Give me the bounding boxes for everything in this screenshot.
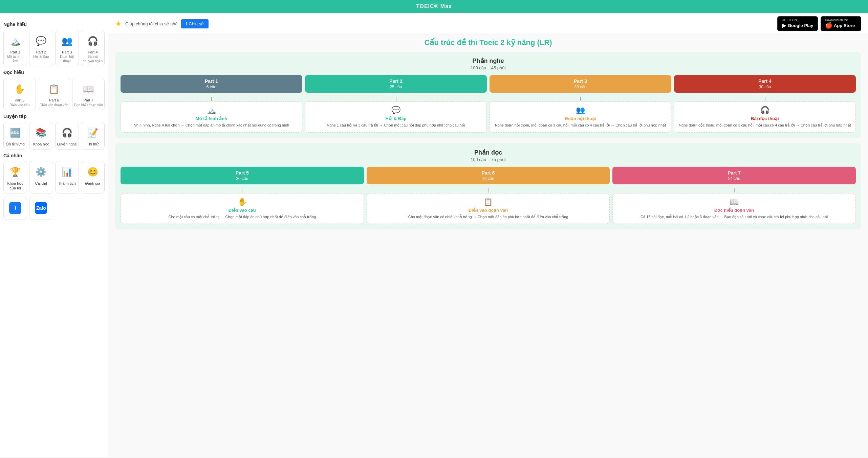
on-tu-vung-label: Ôn từ vựng [6, 142, 25, 146]
part2-icon: 💬 [34, 33, 48, 48]
thanh-tich-icon: 📊 [60, 165, 74, 180]
sidebar-item-danh-gia[interactable]: 😊 Đánh giá [81, 161, 105, 194]
google-play-icon: ▶ [782, 22, 786, 29]
part6-icon: 📋 [46, 82, 61, 96]
phan-doc-part6-badge[interactable]: Part 6 16 câu [367, 167, 610, 184]
connector4 [674, 97, 856, 101]
doc-hieu-grid: ✋ Part 5 Điền vào câu 📋 Part 6 Điền vào … [3, 78, 105, 110]
sidebar-item-part2[interactable]: 💬 Part 2 Hỏi & Đáp [29, 30, 53, 66]
doc-detail2-icon: 📋 [370, 198, 607, 206]
detail2-desc: Nghe 1 câu hỏi và 3 câu trả lời → Chọn m… [308, 122, 484, 128]
part3-sublabel: Đoạn hội thoại [57, 54, 77, 63]
sidebar-section-luyen-tap: Luyện tập [3, 114, 105, 119]
app-store-small-text: Download on the [825, 18, 848, 22]
phan-nghe-part1-badge[interactable]: Part 1 6 câu [121, 75, 302, 93]
sidebar-item-part3[interactable]: 👥 Part 3 Đoạn hội thoại [55, 30, 79, 66]
share-text: Giúp chúng tôi chia sẻ nhé [125, 21, 178, 26]
phan-nghe-header: Phần nghe 100 câu – 45 phút [121, 57, 856, 70]
phan-doc-part5-name: Part 5 [124, 170, 361, 176]
sidebar-item-on-tu-vung[interactable]: 🔤 Ôn từ vựng [3, 122, 27, 150]
phan-nghe-section: Phần nghe 100 câu – 45 phút Part 1 6 câu… [115, 52, 861, 138]
phan-nghe-detail-3: 👥 Đoạn hội thoại Nghe đoạn hội thoại, mỗ… [490, 101, 671, 133]
phan-doc-section: Phần đọc 100 câu – 75 phút Part 5 30 câu… [115, 143, 861, 230]
phan-nghe-part3-badge[interactable]: Part 3 39 câu [490, 75, 671, 93]
sidebar-item-cai-dat[interactable]: ⚙️ Cài đặt [29, 161, 53, 194]
detail3-desc: Nghe đoạn hội thoại, mỗi đoạn có 3 câu h… [493, 122, 668, 128]
phan-nghe-part2-count: 25 câu [308, 85, 483, 89]
part6-label: Part 6 [49, 98, 59, 102]
khoa-hoc-cua-toi-label: Khóa học của tôi [5, 181, 25, 191]
khoa-hoc-label: Khóa học [33, 142, 49, 146]
sidebar-item-thi-thu[interactable]: 📝 Thi thử [81, 122, 105, 150]
part5-sublabel: Điền vào câu [9, 103, 29, 107]
app-buttons: GET IT ON ▶ Google Play Download on the … [777, 16, 861, 31]
phan-nghe-title: Phần nghe [121, 57, 856, 65]
phan-nghe-part2-name: Part 2 [308, 78, 483, 84]
phan-doc-part7-badge[interactable]: Part 7 54 câu [612, 167, 856, 184]
part1-icon: 🏔️ [8, 33, 23, 48]
thi-thu-icon: 📝 [85, 125, 100, 140]
sidebar-item-part6[interactable]: 📋 Part 6 Điền vào đoạn văn [38, 78, 70, 110]
doc-detail1-desc: Cho một câu có một chỗ trống → Chọn một … [124, 214, 361, 220]
detail4-title: Bài đọc thoại [677, 116, 853, 121]
google-play-big-text: Google Play [788, 23, 813, 28]
part7-icon: 📖 [81, 82, 96, 96]
page-title: Cấu trúc đề thi Toeic 2 kỹ năng (LR) [115, 38, 861, 47]
phan-nghe-detail-1: 🏔️ Mô tả hình ảnh Nhìn hình, Nghe 4 lựa … [121, 101, 302, 133]
fb-share-label: Chia sẻ [189, 21, 204, 26]
phan-nghe-part3-count: 39 câu [493, 85, 668, 89]
phan-doc-title: Phần đọc [121, 149, 856, 156]
content-subheader: ★ Giúp chúng tôi chia sẻ nhé f Chia sẻ G… [108, 13, 868, 35]
sidebar-item-part1[interactable]: 🏔️ Part 1 Mô tả hình ảnh [3, 30, 27, 66]
detail1-title: Mô tả hình ảnh [124, 116, 299, 121]
phan-doc-part7-count: 54 câu [616, 176, 852, 181]
phan-doc-part6-count: 16 câu [370, 176, 607, 181]
phan-nghe-part1-name: Part 1 [124, 78, 299, 84]
page-header: TOEIC® Max [0, 0, 868, 13]
luyen-nghe-icon: 🎧 [60, 125, 74, 140]
thi-thu-label: Thi thử [87, 142, 99, 146]
sidebar-item-luyen-nghe[interactable]: 🎧 Luyện nghe [55, 122, 79, 150]
main-content: Cấu trúc đề thi Toeic 2 kỹ năng (LR) Phầ… [108, 35, 868, 242]
sidebar-item-facebook[interactable]: f [3, 197, 27, 220]
detail2-title: Hỏi & Đáp [308, 116, 484, 121]
thanh-tich-label: Thành tích [58, 181, 76, 186]
phan-nghe-part4-name: Part 4 [677, 78, 852, 84]
phan-doc-part5-badge[interactable]: Part 5 30 câu [121, 167, 364, 184]
app-store-button[interactable]: Download on the 🍎 App Store [821, 16, 861, 31]
phan-doc-detail-cards: ✋ Điền vào câu Cho một câu có một chỗ tr… [121, 193, 856, 224]
connector7 [612, 188, 856, 192]
phan-doc-subtitle: 100 câu – 75 phút [121, 157, 856, 162]
google-play-button[interactable]: GET IT ON ▶ Google Play [777, 16, 818, 31]
sidebar-item-khoa-hoc-cua-toi[interactable]: 🏆 Khóa học của tôi [3, 161, 27, 194]
part7-label: Part 7 [83, 98, 93, 102]
star-icon: ★ [115, 19, 122, 28]
detail1-desc: Nhìn hình, Nghe 4 lựa chọn → Chọn một đá… [124, 122, 299, 128]
detail4-desc: Nghe đoạn độc thoại, mỗi đoạn có 3 câu h… [677, 122, 853, 128]
doc-detail2-desc: Cho một đoạn văn có nhiều chỗ trống → Ch… [370, 214, 607, 220]
google-play-small-text: GET IT ON [782, 18, 797, 22]
sidebar-item-part7[interactable]: 📖 Part 7 Đọc hiểu đoạn văn [72, 78, 105, 110]
connector6 [367, 188, 610, 192]
doc-detail1-title: Điền vào câu [124, 208, 361, 213]
social-row: f Zalo [3, 197, 105, 220]
sidebar-item-part4[interactable]: 🎧 Part 4 Bài nói chuyện ngắn [81, 30, 105, 66]
nghe-hieu-grid: 🏔️ Part 1 Mô tả hình ảnh 💬 Part 2 Hỏi & … [3, 30, 105, 66]
sidebar-item-thanh-tich[interactable]: 📊 Thành tích [55, 161, 79, 194]
part7-sublabel: Đọc hiểu đoạn văn [74, 103, 103, 107]
luyen-nghe-label: Luyện nghe [57, 142, 77, 146]
doc-detail2-title: Điền vào đoạn văn [370, 208, 607, 213]
phan-nghe-detail-cards: 🏔️ Mô tả hình ảnh Nhìn hình, Nghe 4 lựa … [121, 101, 856, 133]
phan-nghe-detail-4: 🎧 Bài đọc thoại Nghe đoạn độc thoại, mỗi… [674, 101, 856, 133]
phan-nghe-part2-badge[interactable]: Part 2 25 câu [305, 75, 487, 93]
connector5 [121, 188, 364, 192]
phan-nghe-part4-badge[interactable]: Part 4 30 câu [674, 75, 856, 93]
sidebar-item-zalo[interactable]: Zalo [29, 197, 53, 220]
danh-gia-label: Đánh giá [85, 181, 100, 186]
sidebar-item-part5[interactable]: ✋ Part 5 Điền vào câu [3, 78, 36, 110]
detail4-icon: 🎧 [677, 106, 853, 115]
connector1 [121, 97, 302, 101]
sidebar-item-khoa-hoc[interactable]: 📚 Khóa học [29, 122, 53, 150]
facebook-share-button[interactable]: f Chia sẻ [181, 19, 209, 28]
part1-label: Part 1 [10, 50, 20, 54]
